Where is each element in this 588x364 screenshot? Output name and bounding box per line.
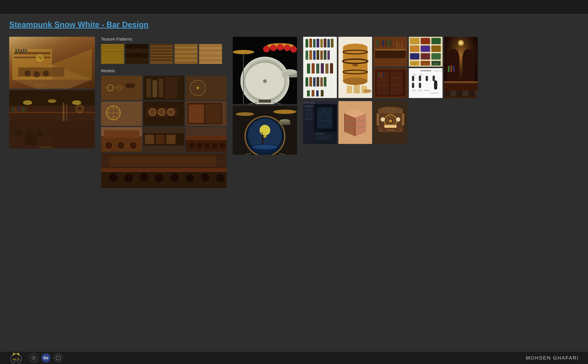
svg-rect-23 xyxy=(9,106,95,121)
logo-area: ACE BAR ✦ ✦ Ds xyxy=(9,351,63,364)
svg-rect-245 xyxy=(385,72,386,77)
svg-rect-254 xyxy=(421,53,430,59)
svg-rect-249 xyxy=(432,38,441,44)
models-grid xyxy=(101,76,227,188)
svg-rect-268 xyxy=(419,76,421,81)
svg-rect-301 xyxy=(305,110,312,111)
page-title[interactable]: Steampunk Snow White - Bar Design xyxy=(9,20,579,29)
svg-rect-174 xyxy=(305,39,308,47)
svg-point-106 xyxy=(117,142,125,149)
svg-rect-243 xyxy=(380,72,381,77)
svg-text:LABEL: LABEL xyxy=(413,63,417,65)
texture-thumb-2 xyxy=(126,44,149,64)
svg-rect-110 xyxy=(145,135,154,144)
model-thumb-5 xyxy=(143,101,184,126)
ref-bar-cabinet xyxy=(374,68,407,98)
svg-point-127 xyxy=(155,174,163,182)
svg-rect-310 xyxy=(315,133,324,134)
svg-point-139 xyxy=(277,44,284,51)
right-ref-col3 xyxy=(374,37,407,98)
camera-icon-button[interactable] xyxy=(29,353,38,363)
svg-rect-218 xyxy=(354,85,360,93)
svg-point-293 xyxy=(459,41,463,45)
svg-rect-8 xyxy=(20,49,22,53)
svg-rect-176 xyxy=(313,39,316,47)
svg-rect-59 xyxy=(150,53,173,55)
svg-rect-7 xyxy=(18,49,19,53)
main-content: Steampunk Snow White - Bar Design xyxy=(0,14,588,352)
svg-point-95 xyxy=(149,109,156,116)
svg-rect-186 xyxy=(320,51,323,60)
model-thumb-9 xyxy=(186,127,227,152)
svg-rect-199 xyxy=(320,77,323,86)
ds-icon-button[interactable]: Ds xyxy=(41,353,51,363)
ref-crate xyxy=(338,101,372,144)
svg-point-341 xyxy=(380,130,381,131)
svg-rect-104 xyxy=(104,130,139,138)
svg-text:BAR VARIATION II: BAR VARIATION II xyxy=(40,146,53,148)
right-panel: LABEL VINTAGE WHISKEY Compatibility Anti… xyxy=(303,37,579,188)
svg-rect-307 xyxy=(317,107,332,129)
svg-point-156 xyxy=(273,110,296,114)
svg-text:Compatibility: Compatibility xyxy=(420,70,431,72)
ref-labels: LABEL VINTAGE WHISKEY xyxy=(409,37,443,67)
svg-rect-40 xyxy=(38,136,51,145)
svg-text:Anti-slip Design: Anti-slip Design xyxy=(434,70,443,72)
svg-rect-195 xyxy=(305,77,308,86)
svg-rect-231 xyxy=(397,41,398,49)
svg-text:✦: ✦ xyxy=(19,359,21,361)
svg-rect-70 xyxy=(199,49,222,52)
svg-rect-50 xyxy=(126,44,149,49)
model-thumb-3 xyxy=(186,76,227,100)
svg-point-332 xyxy=(389,119,392,123)
svg-rect-267 xyxy=(412,76,414,81)
svg-rect-337 xyxy=(388,107,389,111)
svg-point-11 xyxy=(25,71,31,77)
svg-rect-82 xyxy=(165,77,177,99)
svg-point-118 xyxy=(204,143,210,148)
svg-rect-77 xyxy=(126,83,135,88)
svg-rect-184 xyxy=(313,51,316,60)
svg-rect-297 xyxy=(310,102,314,104)
model-thumb-6 xyxy=(186,101,227,126)
svg-rect-283 xyxy=(444,90,450,97)
svg-point-148 xyxy=(263,79,267,83)
svg-rect-203 xyxy=(316,90,319,97)
ue-icon-button[interactable]: U xyxy=(54,353,63,363)
svg-point-220 xyxy=(364,89,371,93)
svg-rect-216 xyxy=(353,64,358,66)
svg-rect-194 xyxy=(330,63,333,73)
ref-barrel xyxy=(338,37,372,98)
svg-rect-188 xyxy=(327,51,330,60)
svg-rect-67 xyxy=(174,61,198,64)
svg-rect-193 xyxy=(325,64,329,73)
right-ref-bottom-row xyxy=(303,101,579,144)
bottom-bar: ACE BAR ✦ ✦ Ds xyxy=(0,352,588,364)
svg-point-168 xyxy=(263,135,266,138)
texture-thumb-3 xyxy=(150,44,173,64)
svg-rect-338 xyxy=(392,107,393,111)
svg-rect-192 xyxy=(321,63,324,73)
svg-rect-80 xyxy=(153,80,157,97)
svg-text:BAR: BAR xyxy=(14,361,19,363)
svg-rect-284 xyxy=(450,90,456,97)
ref-bar-interior xyxy=(444,37,478,98)
svg-rect-328 xyxy=(377,113,379,126)
svg-point-335 xyxy=(381,117,385,122)
svg-text:SM48: SM48 xyxy=(413,74,416,75)
svg-rect-269 xyxy=(412,83,414,88)
model-thumb-1 xyxy=(101,76,142,100)
svg-rect-190 xyxy=(312,63,315,73)
svg-point-87 xyxy=(197,87,199,89)
texture-thumb-4 xyxy=(174,44,198,64)
svg-rect-39 xyxy=(25,136,37,145)
model-thumb-2 xyxy=(143,76,184,100)
svg-rect-227 xyxy=(382,40,384,47)
bottom-icons: Ds U xyxy=(29,353,63,363)
svg-point-105 xyxy=(105,142,113,149)
svg-rect-282 xyxy=(444,81,478,83)
svg-point-131 xyxy=(216,174,225,182)
svg-rect-178 xyxy=(320,39,323,47)
svg-rect-25 xyxy=(12,107,14,111)
content-grid: BAR VARIATION I xyxy=(9,37,579,188)
